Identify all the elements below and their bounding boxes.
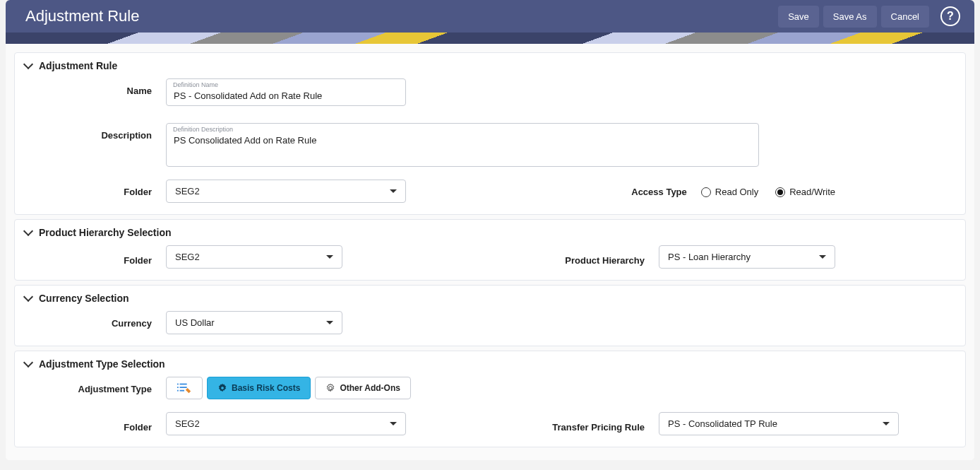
currency-select[interactable]: US Dollar	[166, 311, 342, 334]
section-header-adjtype[interactable]: Adjustment Type Selection	[25, 358, 955, 370]
svg-rect-3	[180, 387, 187, 388]
label-tp-rule: Transfer Pricing Rule	[539, 415, 659, 433]
section-title: Adjustment Rule	[39, 60, 117, 71]
folder-select[interactable]: SEG2	[166, 180, 406, 203]
chevron-down-icon	[326, 321, 333, 324]
access-type-radio-group: Read Only Read/Write	[701, 180, 835, 197]
ph-folder-value: SEG2	[175, 252, 200, 262]
radio-read-write-label: Read/Write	[789, 187, 835, 197]
chevron-down-icon	[390, 189, 397, 193]
description-float-label: Definition Description	[173, 126, 233, 133]
gear-icon	[217, 383, 227, 393]
svg-rect-2	[177, 387, 179, 388]
section-header-hierarchy[interactable]: Product Hierarchy Selection	[25, 227, 955, 238]
panel-product-hierarchy: Product Hierarchy Selection Folder SEG2 …	[14, 219, 966, 281]
currency-value: US Dollar	[175, 317, 215, 328]
chevron-down-icon	[819, 255, 826, 259]
ph-folder-select[interactable]: SEG2	[166, 245, 342, 269]
decorative-stripe	[6, 33, 974, 44]
chevron-down-icon	[883, 422, 890, 425]
chevron-down-icon	[23, 292, 33, 302]
label-name: Name	[25, 78, 166, 96]
panel-adjustment-rule: Adjustment Rule Name Definition Name Des…	[14, 52, 966, 215]
basis-risk-label: Basis Risk Costs	[232, 383, 300, 393]
section-header-currency[interactable]: Currency Selection	[25, 293, 955, 304]
at-folder-value: SEG2	[175, 418, 200, 429]
chevron-down-icon	[390, 422, 397, 425]
description-input[interactable]	[167, 124, 758, 150]
panel-currency: Currency Selection Currency US Dollar	[14, 285, 966, 346]
name-input-wrap: Definition Name	[166, 78, 406, 106]
label-adjustment-type: Adjustment Type	[25, 377, 166, 394]
form-canvas: Adjustment Rule Name Definition Name Des…	[6, 44, 974, 460]
label-ph-folder: Folder	[25, 248, 166, 266]
chevron-down-icon	[23, 226, 33, 236]
label-access-type: Access Type	[616, 180, 701, 197]
other-add-ons-button[interactable]: Other Add-Ons	[315, 377, 411, 399]
section-title: Adjustment Type Selection	[39, 358, 165, 370]
svg-rect-4	[177, 390, 179, 392]
save-button[interactable]: Save	[778, 6, 819, 28]
tp-rule-select[interactable]: PS - Consolidated TP Rule	[659, 412, 899, 435]
cancel-button[interactable]: Cancel	[881, 6, 929, 28]
description-input-wrap: Definition Description	[166, 123, 759, 167]
help-icon[interactable]: ?	[940, 6, 960, 26]
radio-read-only-label: Read Only	[715, 187, 758, 197]
folder-select-value: SEG2	[175, 186, 200, 196]
save-as-button[interactable]: Save As	[823, 6, 877, 28]
product-hierarchy-select[interactable]: PS - Loan Hierarchy	[659, 245, 835, 269]
panel-adjustment-type: Adjustment Type Selection Adjustment Typ…	[14, 351, 966, 447]
at-folder-select[interactable]: SEG2	[166, 412, 406, 435]
label-currency: Currency	[25, 311, 166, 329]
header-actions: Save Save As Cancel ?	[778, 6, 960, 28]
radio-read-write[interactable]: Read/Write	[775, 187, 835, 197]
basis-risk-costs-button[interactable]: Basis Risk Costs	[207, 377, 311, 399]
label-folder: Folder	[25, 180, 166, 197]
chevron-down-icon	[23, 358, 33, 368]
chevron-down-icon	[326, 255, 333, 259]
app-window: Adjustment Rule Save Save As Cancel ? Ad…	[6, 0, 974, 460]
adjustment-type-edit-button[interactable]	[166, 377, 203, 399]
label-product-hierarchy: Product Hierarchy	[553, 248, 659, 266]
other-addons-label: Other Add-Ons	[340, 383, 400, 393]
label-description: Description	[25, 123, 166, 141]
radio-read-only[interactable]: Read Only	[701, 187, 758, 197]
gear-icon	[325, 383, 335, 393]
label-at-folder: Folder	[25, 415, 166, 433]
section-title: Currency Selection	[39, 293, 129, 304]
list-edit-icon	[177, 382, 192, 394]
svg-rect-0	[177, 384, 179, 385]
page-title: Adjustment Rule	[25, 7, 139, 25]
product-hierarchy-value: PS - Loan Hierarchy	[668, 252, 751, 262]
header-bar: Adjustment Rule Save Save As Cancel ?	[6, 0, 974, 33]
tp-rule-value: PS - Consolidated TP Rule	[668, 418, 777, 429]
section-header-rule[interactable]: Adjustment Rule	[25, 60, 955, 71]
svg-rect-5	[180, 390, 184, 392]
chevron-down-icon	[23, 59, 33, 69]
svg-rect-1	[180, 384, 187, 385]
name-float-label: Definition Name	[173, 81, 218, 88]
section-title: Product Hierarchy Selection	[39, 227, 172, 238]
